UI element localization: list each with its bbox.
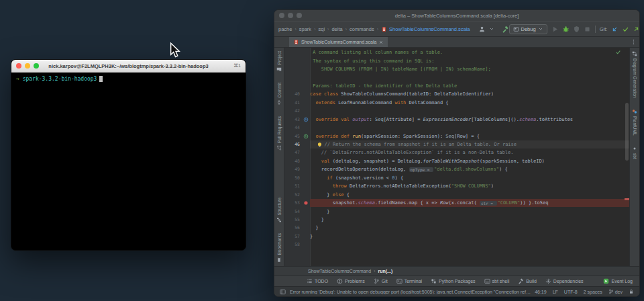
code-text [310, 241, 629, 249]
breadcrumb-method[interactable]: run(...) [378, 269, 393, 273]
code-text: The syntax of using this command in SQL … [310, 56, 629, 64]
code-segment: "SHOW COLUMNS" [451, 183, 491, 189]
code-segment: run [352, 134, 361, 139]
code-segment: schema [358, 200, 375, 206]
terminal-title: nick.karpov@F2LMQLPH3K:~/ws/blogtmp/spar… [32, 63, 225, 69]
tool-window-button-dependencies[interactable]: Dependencies [545, 278, 584, 284]
tool-window-button-todo[interactable]: TODO [307, 278, 328, 284]
commit-button[interactable] [622, 26, 629, 33]
sidebar-item-commit[interactable]: Commit [276, 83, 282, 105]
zoom-window-button[interactable] [297, 13, 302, 18]
sidebar-item-pull-requests[interactable]: Pull Requests [276, 116, 282, 150]
breadcrumb-file[interactable]: ShowTableColumnsCommand.scala [381, 26, 470, 32]
breadcrumb-item[interactable]: sql [318, 26, 325, 32]
push-button[interactable] [633, 26, 640, 33]
run-configuration-select[interactable]: Debug [509, 24, 547, 34]
update-project-button[interactable] [611, 26, 619, 33]
breadcrumb-item[interactable]: commands [350, 26, 374, 32]
close-window-button[interactable] [16, 63, 21, 69]
ide-window: delta – ShowTableColumnsCommand.scala [d… [274, 9, 640, 297]
code-line: 49 recordDeltaOperation(deltaLog, opType… [284, 165, 629, 173]
code-segment: (sparkSession: SparkSession): [361, 134, 445, 139]
inspections-ok-icon[interactable] [615, 49, 621, 55]
stripe-label: sbt [633, 153, 637, 159]
terminal-prompt: → spark-3.3.2-bin-hadoop3 [16, 76, 241, 82]
terminal-content[interactable]: → spark-3.3.2-bin-hadoop3 [11, 73, 246, 85]
git-branch-widget[interactable]: dev [608, 289, 623, 294]
breadcrumb-item[interactable]: spark [299, 26, 311, 32]
tool-window-button-build[interactable]: Build [518, 278, 537, 284]
run-config-icon [513, 26, 519, 32]
sidebar-item-sbt[interactable]: sbt [632, 146, 637, 159]
editor-scrollbar[interactable] [625, 103, 629, 161]
git-branch-icon [374, 278, 380, 284]
file-encoding[interactable]: UTF-8 [564, 290, 578, 294]
code-line: 51 throw DeltaErrors.notADeltaTableExcep… [284, 182, 629, 190]
sidebar-item-plantuml[interactable]: PlantUML [632, 109, 637, 136]
tool-window-button-git[interactable]: Git [374, 278, 388, 284]
tool-windows-toggle-icon[interactable] [280, 289, 286, 295]
tool-window-button-problems[interactable]: Problems [337, 278, 365, 284]
sidebar-item-diagram-generation[interactable]: Diagram Generation [632, 51, 637, 98]
chevron-down-icon[interactable] [489, 26, 494, 32]
caret-position[interactable]: 46:19 [535, 290, 547, 294]
minimize-window-button[interactable] [25, 63, 30, 69]
line-number: 55 [284, 217, 302, 222]
tab-options-icon[interactable] [631, 39, 637, 45]
main-toolbar: pache›spark›sql›delta›commands›ShowTable… [274, 21, 639, 37]
coverage-button[interactable] [573, 26, 580, 33]
breadcrumb-item[interactable]: delta [331, 26, 342, 32]
sidebar-item-bookmarks[interactable]: Bookmarks [276, 233, 282, 263]
sidebar-item-project[interactable]: Project [276, 51, 282, 72]
close-window-button[interactable] [279, 13, 284, 18]
commit-icon [276, 100, 282, 105]
tab-showtablecolumnscommand[interactable]: ShowTableColumnsCommand.scala [289, 37, 388, 47]
gutter-marker[interactable] [302, 134, 310, 139]
code-text: Params: tableID - the identifier of the … [310, 82, 629, 90]
breadcrumb-class[interactable]: ShowTableColumnsCommand [308, 269, 371, 273]
tool-window-label: Python Packages [439, 279, 475, 284]
todo-icon [307, 278, 313, 284]
indent-setting[interactable]: 2 spaces [584, 290, 602, 294]
sidebar-item-structure[interactable]: Structure [276, 198, 282, 222]
sbt-shell-icon [484, 278, 490, 284]
code-text: // Return the schema from snapshot if it… [310, 140, 629, 148]
user-icon[interactable] [478, 26, 486, 33]
code-segment: [Row] = { [454, 134, 480, 139]
terminal-icon [396, 278, 402, 284]
status-message[interactable]: Error running 'Debug': Unable to open de… [290, 290, 531, 294]
gutter-marker[interactable] [302, 117, 310, 122]
code-segment: (sparkSession, tableID) [480, 159, 545, 164]
stripe-label: PlantUML [633, 116, 637, 136]
breadcrumb-item[interactable]: pache [278, 26, 292, 32]
minimize-window-button[interactable] [288, 13, 293, 18]
event-log-label: Event Log [611, 279, 633, 284]
lock-icon[interactable] [629, 289, 634, 294]
code-editor[interactable]: A command listing all column names of a … [284, 48, 629, 266]
tool-window-button-terminal[interactable]: Terminal [396, 278, 422, 284]
implement-icon [303, 134, 309, 139]
tool-window-button-sbt-shell[interactable]: sbt shell [484, 278, 510, 284]
code-lines: A command listing all column names of a … [284, 48, 629, 249]
event-log-button[interactable]: Event Log [603, 278, 633, 284]
tool-window-label: Build [526, 279, 537, 284]
build-project-button[interactable] [502, 26, 509, 33]
run-button[interactable] [551, 26, 559, 33]
code-line: 42 [284, 107, 629, 115]
code-line: 54 } [284, 207, 629, 215]
tool-window-button-python-packages[interactable]: Python Packages [431, 278, 475, 284]
line-ending[interactable]: LF [553, 290, 558, 294]
code-segment: forTableWithSnapshot [423, 159, 480, 164]
intention-bulb-icon[interactable] [317, 142, 323, 148]
code-segment: SHOW COLUMNS (FROM | IN) tableName [(FRO… [310, 67, 491, 72]
stop-button[interactable] [584, 26, 591, 33]
ide-titlebar: delta – ShowTableColumnsCommand.scala [d… [274, 10, 639, 21]
debug-button[interactable] [562, 26, 570, 33]
branch-name: dev [615, 290, 623, 294]
close-icon[interactable] [378, 40, 384, 45]
code-segment [310, 183, 333, 189]
error-stripe-mark[interactable] [625, 198, 629, 200]
breakpoint[interactable] [302, 200, 310, 206]
code-segment: str = [480, 201, 497, 206]
line-number: 45 [284, 134, 302, 139]
